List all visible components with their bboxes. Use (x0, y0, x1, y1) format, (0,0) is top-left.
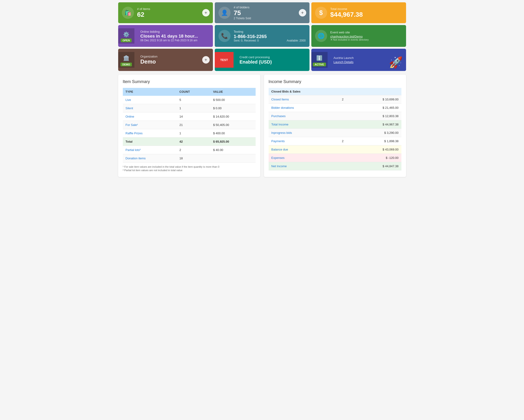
income-label-cell: Expenses (269, 154, 334, 162)
table-row: For Sale¹ 21 $ 50,405.00 (123, 121, 256, 129)
launch-icon-area: ℹ️ ACTIVE (311, 52, 328, 68)
income-label-cell: Balance due (269, 145, 334, 154)
income-value-cell: $ 12,803.38 (351, 112, 402, 120)
tiles-row-3: 🏛️ DEMO Organization Demo + TEST Credit … (118, 49, 406, 71)
items-add-button[interactable]: + (202, 9, 210, 17)
value-cell: $ 500.00 (210, 96, 256, 104)
total-value: $ 65,925.00 (210, 137, 256, 146)
income-value-cell: $ 44,847.38 (351, 162, 402, 170)
value-cell: $ 50,405.00 (210, 121, 256, 129)
bidding-dates: 06 Dec 2022 9:16 am to 22 Feb 2023 9:16 … (140, 39, 209, 42)
income-value-cell: $ 44,967.38 (351, 120, 402, 129)
website-link[interactable]: charityauction.bid/Demo (330, 35, 363, 38)
type-cell: For Sale¹ (123, 121, 177, 129)
income-row: Balance due $ 43,069.00 (269, 145, 402, 154)
income-value-cell: $ 1,898.38 (351, 137, 402, 145)
col-type: TYPE (123, 88, 177, 96)
website-label: Event web site (330, 31, 402, 34)
income-count-cell: 2 (334, 95, 351, 104)
income-row: Bidder donations $ 21,465.00 (269, 104, 402, 112)
texting-content: Texting 1-866-316-2265 Sent: 0, Received… (234, 30, 306, 42)
income-value-cell: $ 21,465.00 (351, 104, 402, 112)
income-row: Expenses $ -120.00 (269, 154, 402, 162)
org-tile: 🏛️ DEMO Organization Demo + (118, 49, 213, 71)
dollar-icon: $ (315, 7, 327, 19)
income-label-cell: Inprogress bids (269, 129, 334, 137)
bidders-sub: 2 Tickets Sold (234, 17, 306, 20)
income-label: Total income (330, 7, 402, 11)
texting-number: 1-866-316-2265 (234, 34, 306, 39)
value-cell: $ 0.00 (210, 104, 256, 112)
table-row: Silent 1 $ 0.00 (123, 104, 256, 112)
table-row: Donation items 18 (123, 154, 256, 163)
items-content: # of items 62 (137, 7, 209, 18)
value-cell: $ 14,620.00 (210, 112, 256, 121)
income-label-cell: Payments (269, 137, 334, 145)
rocket-icon: 🚀 (389, 56, 403, 69)
income-value-cell: $ 3,290.00 (351, 129, 402, 137)
bidders-label: # of bidders (234, 6, 306, 9)
table-row: Raffle Prizes 1 $ 400.00 (123, 129, 256, 137)
open-badge: OPEN (121, 39, 132, 42)
bidding-label: Online bidding (140, 30, 209, 34)
info-icon: ℹ️ (316, 55, 323, 61)
income-content: Total income $44,967.38 (330, 7, 402, 18)
item-summary-panel: Item Summary TYPE COUNT VALUE Live 5 $ 5… (118, 75, 260, 177)
income-count-cell (334, 129, 351, 137)
bag-icon: 🛍️ (122, 7, 134, 19)
item-table-header-row: TYPE COUNT VALUE (123, 88, 256, 96)
items-value: 62 (137, 11, 209, 18)
count-cell: 5 (177, 96, 210, 104)
item-summary-title: Item Summary (123, 79, 256, 84)
test-badge-area: TEST (215, 52, 234, 68)
bidding-tile: ⚙️ OPEN Online bidding Closes in 41 days… (118, 25, 213, 47)
items-label: # of items (137, 7, 209, 11)
income-value-cell: $ 43,069.00 (351, 145, 402, 154)
col-count: COUNT (177, 88, 210, 96)
building-icon: 🏛️ (123, 55, 129, 61)
income-row: Net Income $ 44,847.38 (269, 162, 402, 170)
count-cell: 1 (177, 129, 210, 137)
value-cell (210, 154, 256, 163)
type-cell: Partial lots² (123, 146, 177, 154)
income-section-header-row: Closed Bids & Sales (269, 88, 402, 95)
item-summary-table: TYPE COUNT VALUE Live 5 $ 500.00 Silent … (123, 88, 256, 163)
org-icon-area: 🏛️ DEMO (118, 52, 134, 68)
bidders-add-button[interactable]: + (299, 9, 306, 17)
dashboard: 🛍️ # of items 62 + 👤 # of bidders 75 2 T… (116, 0, 408, 179)
type-cell: Online (123, 112, 177, 121)
org-value: Demo (140, 59, 209, 65)
income-section-header-label: Closed Bids & Sales (269, 88, 402, 95)
items-tile: 🛍️ # of items 62 + (118, 2, 213, 23)
income-label-cell: Purchases (269, 112, 334, 120)
income-row: Inprogress bids $ 3,290.00 (269, 129, 402, 137)
bidding-title: Closes in 41 days 18 hour... (140, 34, 209, 39)
type-cell: Raffle Prizes (123, 129, 177, 137)
col-value: VALUE (210, 88, 256, 96)
globe-icon: 🌐 (315, 30, 327, 42)
income-count-cell (334, 162, 351, 170)
income-row: Purchases $ 12,803.38 (269, 112, 402, 120)
website-content: Event web site charityauction.bid/Demo ✕… (330, 31, 402, 41)
launch-link[interactable]: Launch Details (334, 60, 354, 64)
income-count-cell (334, 154, 351, 162)
income-count-cell: 2 (334, 137, 351, 145)
active-badge: ACTIVE (313, 63, 326, 66)
summaries-row: Item Summary TYPE COUNT VALUE Live 5 $ 5… (118, 75, 406, 177)
type-cell: Donation items (123, 154, 177, 163)
tiles-row-1: 🛍️ # of items 62 + 👤 # of bidders 75 2 T… (118, 2, 406, 23)
income-count-cell (334, 145, 351, 154)
income-summary-panel: Income Summary Closed Bids & Sales Close… (264, 75, 406, 177)
creditcard-value: Enabled (USD) (240, 59, 306, 65)
org-add-button[interactable]: + (202, 56, 210, 64)
website-tile: 🌐 Event web site charityauction.bid/Demo… (311, 25, 406, 47)
table-row: Live 5 $ 500.00 (123, 96, 256, 104)
income-count-cell (334, 120, 351, 129)
total-row: Total 42 $ 65,925.00 (123, 137, 256, 146)
org-content: Organization Demo (138, 55, 209, 65)
total-type: Total (123, 137, 177, 146)
texting-tile: 📞 Texting 1-866-316-2265 Sent: 0, Receiv… (215, 25, 309, 47)
bidders-value: 75 (234, 9, 306, 17)
income-label-cell: Bidder donations (269, 104, 334, 112)
income-tile: $ Total income $44,967.38 (311, 2, 406, 23)
